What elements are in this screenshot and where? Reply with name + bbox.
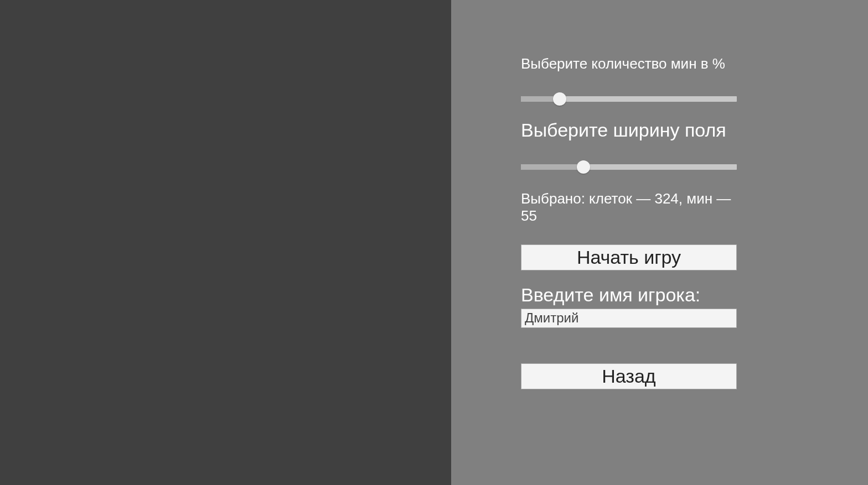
- slider-fill: [521, 164, 583, 170]
- back-button[interactable]: Назад: [521, 363, 737, 389]
- selection-summary: Выбрано: клеток — 324, мин — 55: [521, 190, 737, 225]
- game-board-area: [0, 0, 451, 485]
- field-width-slider[interactable]: [521, 160, 737, 174]
- start-game-button[interactable]: Начать игру: [521, 244, 737, 270]
- slider-thumb-icon[interactable]: [553, 92, 566, 106]
- field-width-label: Выберите ширину поля: [521, 119, 737, 142]
- slider-thumb-icon[interactable]: [577, 160, 590, 174]
- player-name-label: Введите имя игрока:: [521, 284, 737, 306]
- mines-percent-slider[interactable]: [521, 92, 737, 106]
- mines-percent-label: Выберите количество мин в %: [521, 55, 737, 72]
- player-name-input[interactable]: [521, 309, 737, 328]
- settings-panel: Выберите количество мин в % Выберите шир…: [451, 0, 868, 485]
